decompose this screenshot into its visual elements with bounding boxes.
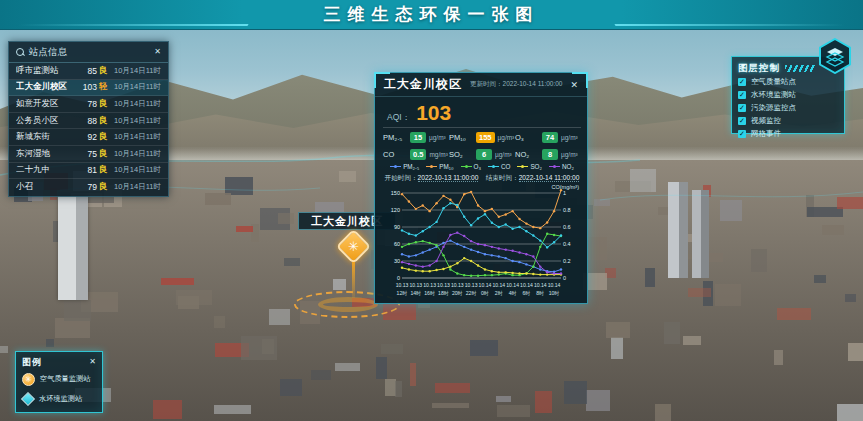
station-name: 工大金川校区 <box>16 81 75 93</box>
svg-text:10.13: 10.13 <box>423 282 436 288</box>
checkbox[interactable]: ✓ <box>738 78 746 86</box>
building-block <box>161 278 194 285</box>
search-icon[interactable] <box>16 48 24 56</box>
building-block <box>214 405 251 414</box>
station-row[interactable]: 呼市监测站85良10月14日11时 <box>9 63 168 80</box>
layer-item[interactable]: ✓网格事件 <box>738 128 838 140</box>
pollutant-value-badge: 8 <box>542 149 558 160</box>
svg-text:10.13: 10.13 <box>409 282 422 288</box>
close-icon[interactable]: ✕ <box>154 48 161 56</box>
building-block <box>280 379 302 396</box>
layer-item[interactable]: ✓水环境监测站 <box>738 89 838 101</box>
layer-label: 空气质量站点 <box>751 77 796 87</box>
checkbox[interactable]: ✓ <box>738 91 746 99</box>
station-row[interactable]: 东河湿地75良10月14日11时 <box>9 146 168 163</box>
building-block <box>64 300 91 321</box>
svg-text:10.14: 10.14 <box>534 282 547 288</box>
station-row[interactable]: 新城东街92良10月14日11时 <box>9 129 168 146</box>
pollutant-name: PM₁₀ <box>449 133 473 142</box>
station-aqi-level: 良 <box>97 164 109 176</box>
building-block <box>606 322 630 338</box>
legend-label: SO₂ <box>530 163 542 170</box>
svg-text:8时: 8时 <box>536 290 544 296</box>
layer-item[interactable]: ✓空气质量站点 <box>738 76 838 88</box>
close-icon[interactable]: ✕ <box>570 80 578 90</box>
layer-item[interactable]: ✓污染源监控点 <box>738 102 838 114</box>
water-station-icon <box>21 392 35 406</box>
svg-text:120: 120 <box>391 207 400 213</box>
building-block <box>720 200 742 221</box>
checkbox[interactable]: ✓ <box>738 117 746 125</box>
legend-item[interactable]: O₃ <box>461 163 481 170</box>
close-icon[interactable]: ✕ <box>89 358 96 366</box>
building-block <box>0 346 8 353</box>
layer-label: 水环境监测站 <box>751 90 796 100</box>
station-aqi: 79 <box>75 182 97 192</box>
station-aqi-level: 轻 <box>97 81 109 93</box>
building-block <box>284 258 300 266</box>
legend-item[interactable]: SO₂ <box>517 163 542 170</box>
station-update-time: 10月14日11时 <box>109 99 161 109</box>
legend-items: ✳空气质量监测站水环境监测站 <box>22 370 96 408</box>
layer-label: 污染源监控点 <box>751 103 796 113</box>
svg-text:30: 30 <box>394 258 400 264</box>
pollutant-name: SO₂ <box>449 150 473 159</box>
legend-item[interactable]: CO <box>488 163 510 170</box>
station-row[interactable]: 二十九中81良10月14日11时 <box>9 163 168 180</box>
svg-text:16时: 16时 <box>424 290 435 296</box>
station-panel-header: 站点信息 ✕ <box>9 42 168 63</box>
legend-marker <box>426 165 437 168</box>
station-name: 呼市监测站 <box>16 65 75 77</box>
building-block <box>55 318 90 338</box>
checkbox[interactable]: ✓ <box>738 104 746 112</box>
building-block <box>335 363 360 371</box>
building-block <box>814 275 826 283</box>
building-block <box>236 226 253 232</box>
end-time-label: 结束时间： <box>486 174 519 181</box>
legend-item[interactable]: NO₂ <box>549 163 574 170</box>
building-block <box>837 404 863 421</box>
legend-label: 空气质量监测站 <box>40 374 90 384</box>
building-block <box>655 404 671 421</box>
station-panel-title: 站点信息 <box>29 46 149 59</box>
legend-item: 水环境监测站 <box>22 390 96 408</box>
pollutant-name: PM₂.₅ <box>383 133 407 142</box>
title-bar: 三维生态环保一张图 <box>0 0 863 30</box>
station-aqi: 92 <box>75 132 97 142</box>
layer-label: 视频监控 <box>751 116 781 126</box>
building-block <box>611 337 623 359</box>
station-row[interactable]: 工大金川校区103轻10月14日11时 <box>9 80 168 97</box>
station-aqi: 78 <box>75 99 97 109</box>
pollutant-trend-chart: 00300.2600.4900.61200.81501CO(mg/m³)10.1… <box>384 184 580 302</box>
station-update-time: 10月14日11时 <box>109 82 161 92</box>
start-time-value[interactable]: 2022-10-13 11:00:00 <box>418 174 479 182</box>
checkbox[interactable]: ✓ <box>738 130 746 138</box>
pollutant-cell: NO₂8µg/m³ <box>515 148 581 161</box>
legend-label: 水环境监测站 <box>39 394 82 404</box>
legend-item[interactable]: PM₂.₅ <box>390 163 419 170</box>
svg-text:150: 150 <box>391 190 400 196</box>
pollutant-value-badge: 155 <box>476 132 495 143</box>
layers-hexagon-button[interactable] <box>818 38 852 74</box>
aqi-readout: AQI： 103 <box>387 101 451 125</box>
pollutant-value-badge: 15 <box>410 132 426 143</box>
building-block <box>845 294 856 302</box>
building-block <box>278 213 294 224</box>
svg-text:0.6: 0.6 <box>563 224 571 230</box>
end-time-value[interactable]: 2022-10-14 11:00:00 <box>519 174 580 182</box>
station-list-panel: 站点信息 ✕ 呼市监测站85良10月14日11时工大金川校区103轻10月14日… <box>8 41 169 197</box>
svg-text:90: 90 <box>394 224 400 230</box>
building-block <box>381 344 403 354</box>
building-block <box>214 316 225 328</box>
page-title: 三维生态环保一张图 <box>324 3 540 26</box>
highrise-building <box>668 182 688 278</box>
station-aqi: 81 <box>75 165 97 175</box>
layer-item[interactable]: ✓视频监控 <box>738 115 838 127</box>
legend-item[interactable]: PM₁₀ <box>426 163 453 170</box>
station-row[interactable]: 如意开发区78良10月14日11时 <box>9 96 168 113</box>
layer-panel-title: 图层控制 <box>738 62 780 75</box>
station-row[interactable]: 公务员小区88良10月14日11时 <box>9 113 168 130</box>
station-aqi-level: 良 <box>97 65 109 77</box>
station-row[interactable]: 小召79良10月14日11时 <box>9 179 168 196</box>
station-name: 新城东街 <box>16 131 75 143</box>
